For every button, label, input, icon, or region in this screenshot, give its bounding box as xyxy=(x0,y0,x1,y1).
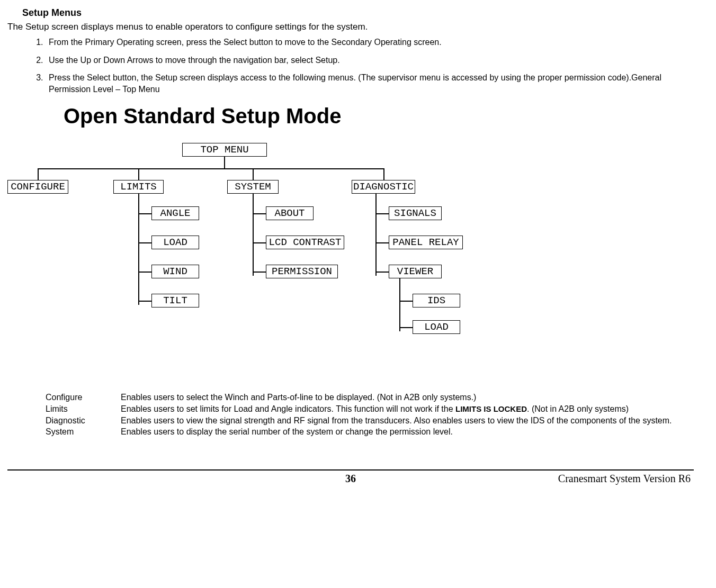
def-term: Diagnostic xyxy=(46,415,121,427)
step-1: From the Primary Operating screen, press… xyxy=(46,37,694,48)
node-system-about: ABOUT xyxy=(266,206,314,220)
def-desc: Enables users to display the serial numb… xyxy=(121,426,683,438)
page-number: 36 xyxy=(237,473,464,485)
def-diagnostic: Diagnostic Enables users to view the sig… xyxy=(46,415,683,427)
node-system: SYSTEM xyxy=(227,180,279,194)
def-limits-post: . (Not in A2B only systems) xyxy=(527,404,629,413)
footer-rule xyxy=(7,469,694,471)
connector xyxy=(38,168,384,169)
def-limits-bold: LIMITS IS LOCKED xyxy=(455,404,527,413)
mode-heading: Open Standard Setup Mode xyxy=(64,104,694,128)
node-diag-viewer: VIEWER xyxy=(389,265,442,278)
connector xyxy=(399,278,400,331)
node-top-menu: TOP MENU xyxy=(182,143,267,157)
connector xyxy=(253,194,254,276)
connector xyxy=(224,157,225,168)
node-limits-load: LOAD xyxy=(151,236,199,249)
menu-tree-diagram: TOP MENU CONFIGURE LIMITS ANGLE LOAD WIN… xyxy=(7,143,537,360)
connector xyxy=(399,327,413,328)
section-heading: Setup Menus xyxy=(22,7,694,19)
step-3: Press the Select button, the Setup scree… xyxy=(46,72,694,95)
def-term: Configure xyxy=(46,392,121,403)
connector xyxy=(253,213,266,214)
node-diag-panel-relay: PANEL RELAY xyxy=(389,236,463,249)
def-limits-pre: Enables users to set limits for Load and… xyxy=(121,404,455,413)
connector xyxy=(399,301,413,302)
footer-version: Cranesmart System Version R6 xyxy=(464,473,691,485)
connector xyxy=(383,168,384,180)
connector xyxy=(253,242,266,243)
page-footer: 36 Cranesmart System Version R6 xyxy=(7,473,694,494)
connector xyxy=(138,272,151,273)
node-viewer-ids: IDS xyxy=(413,294,460,307)
step-2: Use the Up or Down Arrows to move throug… xyxy=(46,55,694,66)
node-limits: LIMITS xyxy=(113,180,164,194)
node-system-permission: PERMISSION xyxy=(266,265,338,278)
connector xyxy=(38,168,39,180)
definition-list: Configure Enables users to select the Wi… xyxy=(46,392,683,437)
node-configure: CONFIGURE xyxy=(7,180,68,194)
connector xyxy=(253,272,266,273)
connector xyxy=(138,168,139,180)
node-limits-angle: ANGLE xyxy=(151,206,199,220)
node-limits-tilt: TILT xyxy=(151,294,199,307)
def-term: System xyxy=(46,426,121,438)
connector xyxy=(138,194,139,305)
def-configure: Configure Enables users to select the Wi… xyxy=(46,392,683,403)
connector xyxy=(375,242,389,243)
connector xyxy=(375,272,389,273)
node-viewer-load: LOAD xyxy=(413,320,460,334)
def-desc: Enables users to view the signal strengt… xyxy=(121,415,683,427)
def-desc: Enables users to select the Winch and Pa… xyxy=(121,392,683,403)
def-term: Limits xyxy=(46,403,121,415)
steps-list: From the Primary Operating screen, press… xyxy=(46,37,694,95)
connector xyxy=(138,213,151,214)
connector xyxy=(253,168,254,180)
intro-text: The Setup screen displays menus to enabl… xyxy=(7,22,694,32)
connector xyxy=(138,242,151,243)
node-system-lcd-contrast: LCD CONTRAST xyxy=(266,236,344,249)
node-diag-signals: SIGNALS xyxy=(389,206,442,220)
node-diagnostic: DIAGNOSTIC xyxy=(352,180,415,194)
connector xyxy=(138,301,151,302)
def-desc: Enables users to set limits for Load and… xyxy=(121,403,683,415)
connector xyxy=(375,213,389,214)
node-limits-wind: WIND xyxy=(151,265,199,278)
connector xyxy=(375,194,377,276)
def-limits: Limits Enables users to set limits for L… xyxy=(46,403,683,415)
def-system: System Enables users to display the seri… xyxy=(46,426,683,438)
